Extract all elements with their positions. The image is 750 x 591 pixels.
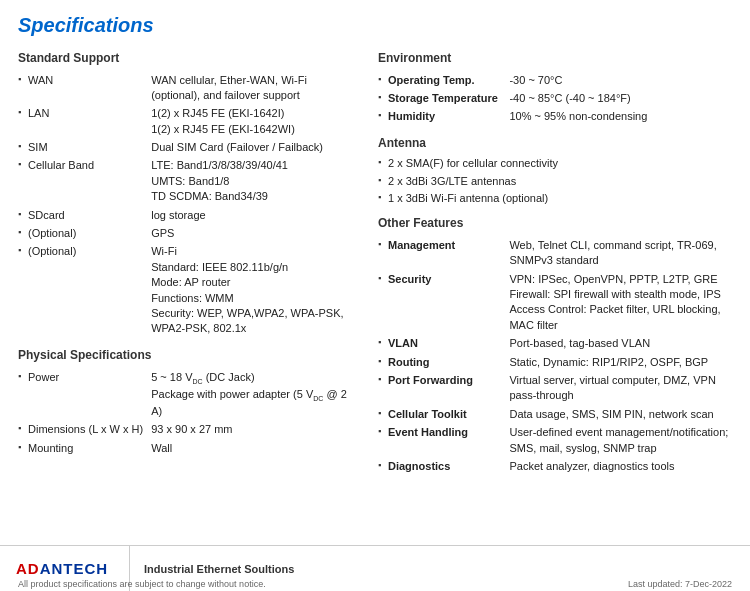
table-row: (Optional) Wi-FiStandard: IEEE 802.11b/g… bbox=[18, 243, 358, 338]
table-row: SIM Dual SIM Card (Failover / Failback) bbox=[18, 139, 358, 157]
label-optional-gps: (Optional) bbox=[18, 225, 147, 243]
physical-specs-table: Power 5 ~ 18 VDC (DC Jack)Package with p… bbox=[18, 368, 358, 457]
value-mounting: Wall bbox=[147, 439, 358, 457]
value-optional-gps: GPS bbox=[147, 225, 358, 243]
table-row: VLAN Port-based, tag-based VLAN bbox=[378, 335, 732, 353]
list-item: 2 x 3dBi 3G/LTE antennas bbox=[378, 174, 732, 189]
value-routing: Static, Dynamic: RIP1/RIP2, OSPF, BGP bbox=[505, 353, 732, 371]
value-sim: Dual SIM Card (Failover / Failback) bbox=[147, 139, 358, 157]
label-port-forwarding: Port Forwarding bbox=[378, 371, 505, 405]
value-cellular-band: LTE: Band1/3/8/38/39/40/41UMTS: Band1/8T… bbox=[147, 157, 358, 206]
value-humidity: 10% ~ 95% non-condensing bbox=[505, 108, 732, 126]
list-item: 2 x SMA(F) for cellular connectivity bbox=[378, 156, 732, 171]
label-vlan: VLAN bbox=[378, 335, 505, 353]
table-row: LAN 1(2) x RJ45 FE (EKI-1642I)1(2) x RJ4… bbox=[18, 105, 358, 139]
antenna-list: 2 x SMA(F) for cellular connectivity 2 x… bbox=[378, 156, 732, 206]
physical-specs-title: Physical Specifications bbox=[18, 348, 358, 362]
label-routing: Routing bbox=[378, 353, 505, 371]
value-diagnostics: Packet analyzer, diagnostics tools bbox=[505, 457, 732, 475]
label-sim: SIM bbox=[18, 139, 147, 157]
table-row: Mounting Wall bbox=[18, 439, 358, 457]
environment-title: Environment bbox=[378, 51, 732, 65]
table-row: (Optional) GPS bbox=[18, 225, 358, 243]
label-power: Power bbox=[18, 368, 147, 420]
left-column: Standard Support WAN WAN cellular, Ether… bbox=[18, 51, 358, 476]
label-event-handling: Event Handling bbox=[378, 424, 505, 458]
value-port-forwarding: Virtual server, virtual computer, DMZ, V… bbox=[505, 371, 732, 405]
value-cellular-toolkit: Data usage, SMS, SIM PIN, network scan bbox=[505, 405, 732, 423]
table-row: Security VPN: IPSec, OpenVPN, PPTP, L2TP… bbox=[378, 270, 732, 335]
label-mounting: Mounting bbox=[18, 439, 147, 457]
label-security: Security bbox=[378, 270, 505, 335]
value-power: 5 ~ 18 VDC (DC Jack)Package with power a… bbox=[147, 368, 358, 420]
table-row: Routing Static, Dynamic: RIP1/RIP2, OSPF… bbox=[378, 353, 732, 371]
value-wan: WAN cellular, Ether-WAN, Wi-Fi (optional… bbox=[147, 71, 358, 105]
value-lan: 1(2) x RJ45 FE (EKI-1642I)1(2) x RJ45 FE… bbox=[147, 105, 358, 139]
standard-support-title: Standard Support bbox=[18, 51, 358, 65]
environment-table: Operating Temp. -30 ~ 70°C Storage Tempe… bbox=[378, 71, 732, 126]
table-row: Management Web, Telnet CLI, command scri… bbox=[378, 236, 732, 270]
table-row: Cellular Toolkit Data usage, SMS, SIM PI… bbox=[378, 405, 732, 423]
value-dimensions: 93 x 90 x 27 mm bbox=[147, 421, 358, 439]
footer-logo: ADANTECH bbox=[16, 560, 108, 577]
value-storage-temp: -40 ~ 85°C (-40 ~ 184°F) bbox=[505, 89, 732, 107]
value-security: VPN: IPSec, OpenVPN, PPTP, L2TP, GREFire… bbox=[505, 270, 732, 335]
label-lan: LAN bbox=[18, 105, 147, 139]
footer-updated: Last updated: 7-Dec-2022 bbox=[628, 579, 732, 589]
label-wan: WAN bbox=[18, 71, 147, 105]
label-optional-wifi: (Optional) bbox=[18, 243, 147, 338]
other-features-table: Management Web, Telnet CLI, command scri… bbox=[378, 236, 732, 475]
table-row: Port Forwarding Virtual server, virtual … bbox=[378, 371, 732, 405]
logo-adv-part: AD bbox=[16, 560, 40, 577]
footer-tagline: Industrial Ethernet Soultions bbox=[130, 563, 750, 575]
label-management: Management bbox=[378, 236, 505, 270]
main-content: Specifications Standard Support WAN WAN … bbox=[0, 0, 750, 536]
label-dimensions: Dimensions (L x W x H) bbox=[18, 421, 147, 439]
right-column: Environment Operating Temp. -30 ~ 70°C S… bbox=[378, 51, 732, 476]
page-title: Specifications bbox=[18, 14, 732, 37]
table-row: Dimensions (L x W x H) 93 x 90 x 27 mm bbox=[18, 421, 358, 439]
footer: ADANTECH Industrial Ethernet Soultions A… bbox=[0, 545, 750, 591]
table-row: Power 5 ~ 18 VDC (DC Jack)Package with p… bbox=[18, 368, 358, 420]
other-features-title: Other Features bbox=[378, 216, 732, 230]
list-item: 1 x 3dBi Wi-Fi antenna (optional) bbox=[378, 191, 732, 206]
footer-disclaimer: All product specifications are subject t… bbox=[18, 579, 266, 589]
two-column-layout: Standard Support WAN WAN cellular, Ether… bbox=[18, 51, 732, 476]
value-management: Web, Telnet CLI, command script, TR-069,… bbox=[505, 236, 732, 270]
table-row: SDcard log storage bbox=[18, 206, 358, 224]
label-storage-temp: Storage Temperature bbox=[378, 89, 505, 107]
table-row: Operating Temp. -30 ~ 70°C bbox=[378, 71, 732, 89]
table-row: WAN WAN cellular, Ether-WAN, Wi-Fi (opti… bbox=[18, 71, 358, 105]
table-row: Storage Temperature -40 ~ 85°C (-40 ~ 18… bbox=[378, 89, 732, 107]
logo-rest-part: ANTECH bbox=[40, 560, 109, 577]
table-row: Cellular Band LTE: Band1/3/8/38/39/40/41… bbox=[18, 157, 358, 206]
value-optional-wifi: Wi-FiStandard: IEEE 802.11b/g/nMode: AP … bbox=[147, 243, 358, 338]
table-row: Diagnostics Packet analyzer, diagnostics… bbox=[378, 457, 732, 475]
label-cellular-band: Cellular Band bbox=[18, 157, 147, 206]
label-cellular-toolkit: Cellular Toolkit bbox=[378, 405, 505, 423]
standard-support-table: WAN WAN cellular, Ether-WAN, Wi-Fi (opti… bbox=[18, 71, 358, 338]
table-row: Event Handling User-defined event manage… bbox=[378, 424, 732, 458]
label-sdcard: SDcard bbox=[18, 206, 147, 224]
value-sdcard: log storage bbox=[147, 206, 358, 224]
label-diagnostics: Diagnostics bbox=[378, 457, 505, 475]
label-humidity: Humidity bbox=[378, 108, 505, 126]
antenna-title: Antenna bbox=[378, 136, 732, 150]
label-operating-temp: Operating Temp. bbox=[378, 71, 505, 89]
value-operating-temp: -30 ~ 70°C bbox=[505, 71, 732, 89]
value-event-handling: User-defined event management/notificati… bbox=[505, 424, 732, 458]
footer-bottom: All product specifications are subject t… bbox=[0, 577, 750, 591]
table-row: Humidity 10% ~ 95% non-condensing bbox=[378, 108, 732, 126]
value-vlan: Port-based, tag-based VLAN bbox=[505, 335, 732, 353]
